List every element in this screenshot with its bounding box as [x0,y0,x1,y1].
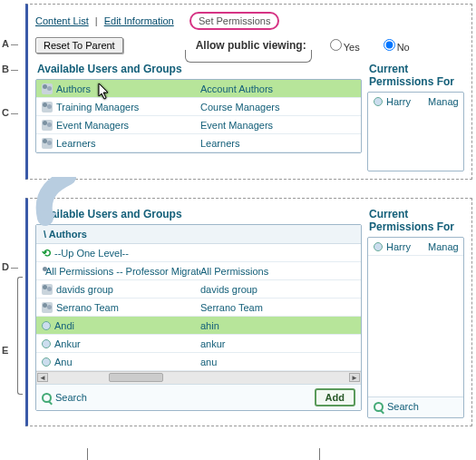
group-icon [42,284,53,295]
item-desc: Account Authors [200,83,355,94]
item-desc: Manag [428,96,458,107]
group-icon [42,83,53,94]
item-desc: Serrano Team [200,302,355,313]
item-name: Ankur [54,338,81,349]
up-arrow-icon: ⟲ [42,248,51,259]
label-E: E [2,345,8,356]
radio-yes-label[interactable]: Yes [325,39,360,53]
group-icon [42,120,53,131]
current-permissions-heading: Current Permissions For [367,59,464,92]
current-permissions-heading: Current Permissions For [367,204,464,237]
item-name: All Permissions -- Professor Migrated Us… [45,266,200,277]
item-desc: Manag [428,241,458,252]
search-icon [374,402,384,412]
label-G: G [316,448,324,460]
list-item[interactable]: Event Managers Event Managers [36,116,361,134]
radio-no[interactable] [384,39,395,51]
list-item[interactable]: Harry Manag [368,238,463,256]
scroll-left-icon[interactable]: ◄ [37,373,48,382]
item-desc: ankur [200,338,355,349]
user-icon [42,339,51,348]
item-name: Serrano Team [56,302,119,313]
tab-set-permissions[interactable]: Set Permissions [189,12,279,30]
annotation-labels: A B C D E [2,0,24,460]
list-item[interactable]: Andi ahin [36,317,361,335]
add-button[interactable]: Add [315,388,355,406]
panel-bottom: Available Users and Groups \ Authors ⟲--… [25,198,472,426]
list-item[interactable]: Authors Account Authors [36,80,361,98]
list-footer: Search Add [36,384,361,410]
current-permissions-list-top: Harry Manag [367,92,464,171]
item-name: Learners [56,138,95,149]
user-icon [42,321,51,330]
list-item[interactable]: Serrano Team Serrano Team [36,299,361,317]
user-icon [42,357,51,367]
scroll-right-icon[interactable]: ► [349,373,360,382]
item-name: Anu [54,357,73,367]
group-icon [42,102,53,113]
radio-yes[interactable] [330,39,342,51]
list-item[interactable]: Learners Learners [36,134,361,152]
flow-arrow-icon [32,177,86,227]
item-desc: Event Managers [200,120,355,131]
bottom-annotation-labels: F G [25,448,472,460]
available-list-top: Authors Account Authors Training Manager… [35,79,362,153]
list-item[interactable]: Ankur ankur [36,335,361,353]
label-F: F [84,448,91,460]
group-icon [42,302,53,313]
item-desc: ahin [200,320,355,331]
search-icon [42,393,52,403]
current-permissions-list-bottom: Harry Manag Search [367,237,464,418]
list-item[interactable]: Anu anu [36,353,361,371]
list-item[interactable]: davids group davids group [36,280,361,299]
label-A: A [2,38,18,49]
up-one-level[interactable]: ⟲--Up One Level-- [36,244,361,262]
item-name: Harry [386,96,411,107]
search-button[interactable]: Search [42,392,87,403]
item-desc: davids group [200,284,355,295]
item-desc: anu [200,357,355,367]
item-name: Training Managers [56,102,139,113]
list-footer: Search [368,396,463,416]
panel-top: Content List | Edit Information Set Perm… [25,4,472,180]
item-name: davids group [56,284,113,295]
user-icon [374,97,383,106]
tab-edit-information[interactable]: Edit Information [104,15,174,26]
group-icon [42,138,53,149]
item-desc: Course Managers [200,102,355,113]
item-name: Harry [386,241,411,252]
horizontal-scrollbar[interactable]: ◄ ► [36,371,361,384]
list-item[interactable]: All Permissions -- Professor Migrated Us… [36,262,361,280]
item-name: Event Managers [56,120,129,131]
user-icon [374,242,383,251]
options-row: Reset To Parent Allow public viewing: Ye… [35,35,464,59]
list-item[interactable]: Training Managers Course Managers [36,98,361,116]
available-list-bottom: \ Authors ⟲--Up One Level-- All Permissi… [35,224,362,411]
callout-bracket-B [185,50,312,63]
tab-content-list[interactable]: Content List [35,15,89,26]
breadcrumb[interactable]: \ Authors [36,225,361,244]
item-desc: Learners [200,138,355,149]
item-name: Authors [56,83,91,94]
item-desc: All Permissions [200,266,355,277]
search-button[interactable]: Search [374,401,419,412]
tabs-row: Content List | Edit Information Set Perm… [35,10,464,35]
list-item[interactable]: Harry Manag [368,93,463,111]
radio-no-label[interactable]: No [378,39,410,53]
scroll-thumb[interactable] [109,373,163,382]
item-name: Andi [54,320,74,331]
label-C: C [2,107,18,118]
label-B: B [2,64,18,74]
label-D: D [2,261,18,272]
reset-to-parent-button[interactable]: Reset To Parent [35,37,123,54]
